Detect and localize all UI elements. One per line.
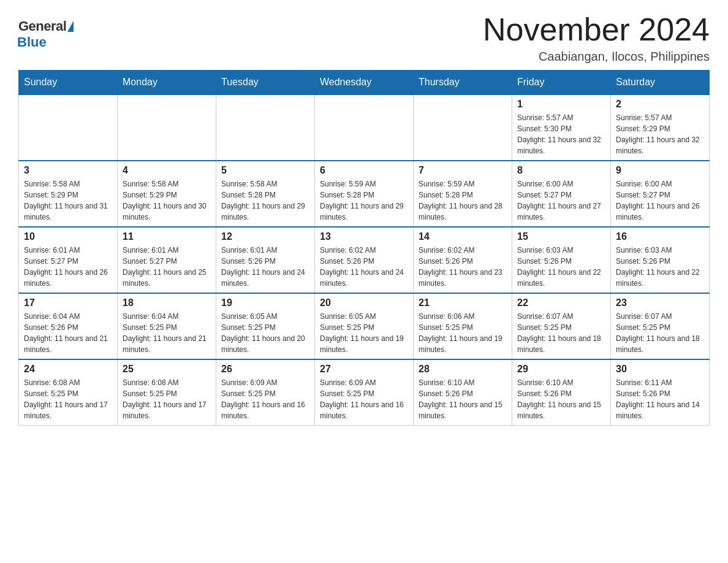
day-number: 15 [517, 231, 605, 242]
day-number: 25 [123, 364, 211, 375]
month-title: November 2024 [483, 12, 710, 47]
day-info: Sunrise: 5:57 AMSunset: 5:29 PMDaylight:… [616, 112, 704, 156]
day-number: 20 [320, 297, 408, 308]
weekday-header-saturday: Saturday [611, 71, 710, 95]
calendar-cell: 24Sunrise: 6:08 AMSunset: 5:25 PMDayligh… [19, 359, 118, 426]
day-info: Sunrise: 6:00 AMSunset: 5:27 PMDaylight:… [616, 178, 704, 223]
day-number: 12 [221, 231, 309, 242]
day-info: Sunrise: 6:01 AMSunset: 5:27 PMDaylight:… [24, 245, 112, 289]
weekday-header-friday: Friday [512, 71, 611, 95]
calendar-cell: 10Sunrise: 6:01 AMSunset: 5:27 PMDayligh… [19, 227, 118, 293]
day-number: 19 [221, 297, 309, 308]
day-info: Sunrise: 6:00 AMSunset: 5:27 PMDaylight:… [517, 178, 605, 223]
calendar-cell [19, 94, 118, 161]
calendar-week-row: 24Sunrise: 6:08 AMSunset: 5:25 PMDayligh… [19, 359, 710, 426]
calendar-cell: 7Sunrise: 5:59 AMSunset: 5:28 PMDaylight… [414, 161, 512, 227]
day-number: 27 [320, 364, 408, 375]
day-number: 22 [517, 297, 605, 308]
day-number: 21 [419, 297, 507, 308]
day-number: 13 [320, 231, 408, 242]
day-number: 26 [221, 364, 309, 375]
day-number: 30 [616, 364, 704, 375]
day-info: Sunrise: 5:57 AMSunset: 5:30 PMDaylight:… [517, 112, 605, 156]
calendar-cell: 11Sunrise: 6:01 AMSunset: 5:27 PMDayligh… [118, 227, 216, 293]
day-number: 7 [419, 165, 507, 176]
day-number: 9 [616, 165, 704, 176]
day-info: Sunrise: 6:09 AMSunset: 5:25 PMDaylight:… [221, 377, 309, 421]
calendar-cell: 12Sunrise: 6:01 AMSunset: 5:26 PMDayligh… [216, 227, 315, 293]
calendar-cell: 30Sunrise: 6:11 AMSunset: 5:26 PMDayligh… [611, 359, 710, 426]
day-info: Sunrise: 6:04 AMSunset: 5:26 PMDaylight:… [24, 311, 112, 355]
calendar-cell: 19Sunrise: 6:05 AMSunset: 5:25 PMDayligh… [216, 293, 315, 359]
calendar-cell: 16Sunrise: 6:03 AMSunset: 5:26 PMDayligh… [611, 227, 710, 293]
day-info: Sunrise: 6:11 AMSunset: 5:26 PMDaylight:… [616, 377, 704, 421]
day-number: 14 [419, 231, 507, 242]
calendar-week-row: 10Sunrise: 6:01 AMSunset: 5:27 PMDayligh… [19, 227, 710, 293]
calendar-cell: 18Sunrise: 6:04 AMSunset: 5:25 PMDayligh… [118, 293, 216, 359]
weekday-header-monday: Monday [118, 71, 216, 95]
day-info: Sunrise: 6:03 AMSunset: 5:26 PMDaylight:… [616, 245, 704, 289]
calendar-cell: 13Sunrise: 6:02 AMSunset: 5:26 PMDayligh… [315, 227, 414, 293]
calendar-cell: 29Sunrise: 6:10 AMSunset: 5:26 PMDayligh… [512, 359, 611, 426]
calendar-table: SundayMondayTuesdayWednesdayThursdayFrid… [18, 70, 710, 426]
day-number: 4 [123, 165, 211, 176]
day-number: 10 [24, 231, 112, 242]
day-info: Sunrise: 5:59 AMSunset: 5:28 PMDaylight:… [419, 178, 507, 223]
day-info: Sunrise: 6:02 AMSunset: 5:26 PMDaylight:… [419, 245, 507, 289]
calendar-cell: 15Sunrise: 6:03 AMSunset: 5:26 PMDayligh… [512, 227, 611, 293]
day-info: Sunrise: 6:05 AMSunset: 5:25 PMDaylight:… [221, 311, 309, 355]
calendar-cell: 21Sunrise: 6:06 AMSunset: 5:25 PMDayligh… [414, 293, 512, 359]
day-info: Sunrise: 6:10 AMSunset: 5:26 PMDaylight:… [517, 377, 605, 421]
day-info: Sunrise: 6:07 AMSunset: 5:25 PMDaylight:… [616, 311, 704, 355]
weekday-header-thursday: Thursday [414, 71, 512, 95]
calendar-cell: 3Sunrise: 5:58 AMSunset: 5:29 PMDaylight… [19, 161, 118, 227]
title-section: November 2024 Caabiangan, Ilocos, Philip… [483, 12, 710, 64]
day-info: Sunrise: 6:08 AMSunset: 5:25 PMDaylight:… [24, 377, 112, 421]
day-number: 28 [419, 364, 507, 375]
day-info: Sunrise: 5:59 AMSunset: 5:28 PMDaylight:… [320, 178, 408, 223]
day-info: Sunrise: 6:10 AMSunset: 5:26 PMDaylight:… [419, 377, 507, 421]
calendar-cell: 23Sunrise: 6:07 AMSunset: 5:25 PMDayligh… [611, 293, 710, 359]
calendar-cell [414, 94, 512, 161]
day-number: 2 [616, 99, 704, 110]
day-number: 3 [24, 165, 112, 176]
calendar-cell: 17Sunrise: 6:04 AMSunset: 5:26 PMDayligh… [19, 293, 118, 359]
day-info: Sunrise: 6:04 AMSunset: 5:25 PMDaylight:… [123, 311, 211, 355]
calendar-cell: 25Sunrise: 6:08 AMSunset: 5:25 PMDayligh… [118, 359, 216, 426]
calendar-cell [216, 94, 315, 161]
day-number: 24 [24, 364, 112, 375]
calendar-cell: 6Sunrise: 5:59 AMSunset: 5:28 PMDaylight… [315, 161, 414, 227]
day-info: Sunrise: 5:58 AMSunset: 5:29 PMDaylight:… [123, 178, 211, 223]
calendar-week-row: 17Sunrise: 6:04 AMSunset: 5:26 PMDayligh… [19, 293, 710, 359]
day-info: Sunrise: 6:06 AMSunset: 5:25 PMDaylight:… [419, 311, 507, 355]
day-number: 17 [24, 297, 112, 308]
calendar-cell: 22Sunrise: 6:07 AMSunset: 5:25 PMDayligh… [512, 293, 611, 359]
calendar-week-row: 1Sunrise: 5:57 AMSunset: 5:30 PMDaylight… [19, 94, 710, 161]
calendar-cell: 1Sunrise: 5:57 AMSunset: 5:30 PMDaylight… [512, 94, 611, 161]
location-title: Caabiangan, Ilocos, Philippines [483, 50, 710, 64]
day-info: Sunrise: 5:58 AMSunset: 5:29 PMDaylight:… [24, 178, 112, 223]
weekday-header-tuesday: Tuesday [216, 71, 315, 95]
day-info: Sunrise: 6:01 AMSunset: 5:27 PMDaylight:… [123, 245, 211, 289]
weekday-header-row: SundayMondayTuesdayWednesdayThursdayFrid… [19, 71, 710, 95]
page-header: General Blue November 2024 Caabiangan, I… [18, 12, 710, 64]
day-number: 11 [123, 231, 211, 242]
day-info: Sunrise: 6:09 AMSunset: 5:25 PMDaylight:… [320, 377, 408, 421]
day-info: Sunrise: 6:02 AMSunset: 5:26 PMDaylight:… [320, 245, 408, 289]
calendar-cell: 28Sunrise: 6:10 AMSunset: 5:26 PMDayligh… [414, 359, 512, 426]
day-number: 5 [221, 165, 309, 176]
calendar-week-row: 3Sunrise: 5:58 AMSunset: 5:29 PMDaylight… [19, 161, 710, 227]
calendar-cell: 2Sunrise: 5:57 AMSunset: 5:29 PMDaylight… [611, 94, 710, 161]
calendar-cell: 26Sunrise: 6:09 AMSunset: 5:25 PMDayligh… [216, 359, 315, 426]
day-number: 6 [320, 165, 408, 176]
day-number: 1 [517, 99, 605, 110]
calendar-cell: 4Sunrise: 5:58 AMSunset: 5:29 PMDaylight… [118, 161, 216, 227]
day-number: 18 [123, 297, 211, 308]
logo-triangle-icon [67, 21, 74, 32]
calendar-cell [118, 94, 216, 161]
calendar-cell: 8Sunrise: 6:00 AMSunset: 5:27 PMDaylight… [512, 161, 611, 227]
day-number: 29 [517, 364, 605, 375]
calendar-cell: 14Sunrise: 6:02 AMSunset: 5:26 PMDayligh… [414, 227, 512, 293]
day-info: Sunrise: 5:58 AMSunset: 5:28 PMDaylight:… [221, 178, 309, 223]
day-info: Sunrise: 6:03 AMSunset: 5:26 PMDaylight:… [517, 245, 605, 289]
